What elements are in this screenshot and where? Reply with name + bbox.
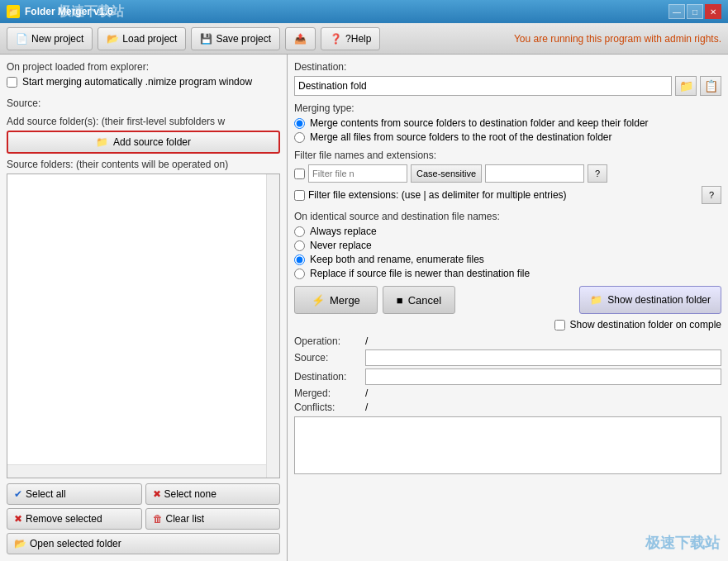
export-icon: 📤 [294, 33, 307, 45]
never-replace-radio[interactable] [294, 240, 305, 251]
show-dest-on-complete-checkbox[interactable] [554, 320, 565, 330]
merge-icon: ⚡ [312, 294, 325, 307]
save-project-button[interactable]: 💾 Save project [191, 27, 280, 50]
folder-add-icon: 📁 [96, 136, 108, 148]
clear-list-label: Clear list [166, 513, 205, 525]
browse-folder-button[interactable]: 📁 [675, 76, 697, 96]
load-project-button[interactable]: 📂 Load project [98, 27, 186, 50]
admin-rights-text: You are running this program with admin … [514, 33, 721, 45]
auto-merge-row: Start merging automatically .nimize prog… [7, 76, 280, 88]
merged-row: Merged: / [294, 387, 721, 399]
select-all-button[interactable]: ✔ Select all [7, 483, 142, 505]
help-icon: ❓ [330, 33, 342, 45]
filter-extensions-help-button[interactable]: ? [702, 186, 721, 204]
open-folder-icon: 📂 [14, 538, 26, 549]
case-sensitive-button[interactable]: Case-sensitive [411, 164, 482, 183]
filter-names-row: Case-sensitive ? [294, 164, 721, 183]
add-source-hint: Add source folder(s): (their first-level… [7, 116, 280, 127]
operation-value: / [365, 335, 368, 347]
merge-actions: ⚡ Merge ■ Cancel 📁 Show destination fold… [294, 286, 721, 314]
dest-row: Destination: [294, 368, 721, 385]
clear-icon: 🗑 [153, 513, 163, 525]
vertical-scrollbar[interactable] [266, 174, 279, 478]
filter-extensions-row: Filter file extensions: (use | as delimi… [294, 186, 721, 204]
filter-names-value-input[interactable] [485, 164, 584, 183]
close-button[interactable]: ✕ [705, 4, 721, 19]
operation-section: Operation: / Source: Destination: Merged… [294, 335, 721, 474]
merge-option2-radio[interactable] [294, 132, 305, 143]
remove-selected-button[interactable]: ✖ Remove selected [7, 508, 142, 530]
show-dest-on-complete-label: Show destination folder on comple [570, 319, 721, 330]
always-replace-radio[interactable] [294, 226, 305, 237]
conflicts-label: Conflicts: [294, 402, 360, 413]
show-destination-button[interactable]: 📁 Show destination folder [579, 286, 721, 314]
identical-label: On identical source and destination file… [294, 211, 721, 222]
filter-names-input[interactable] [308, 164, 407, 183]
filter-names-checkbox[interactable] [294, 169, 305, 179]
refresh-button[interactable]: 📋 [700, 76, 721, 96]
window-title: Folder Merger v1.6 [25, 6, 113, 17]
export-button[interactable]: 📤 [285, 27, 316, 50]
merge-option1-radio[interactable] [294, 118, 305, 129]
never-replace-label: Never replace [310, 240, 372, 251]
never-replace-row: Never replace [294, 240, 721, 251]
new-project-icon: 📄 [16, 33, 28, 45]
merge-option1-row: Merge contents from source folders to de… [294, 117, 721, 129]
source-folders-label: Source folders: (their contents will be … [7, 159, 280, 170]
save-project-icon: 💾 [200, 33, 212, 45]
load-project-label: Load project [122, 33, 177, 45]
select-none-label: Select none [164, 488, 216, 500]
destination-input[interactable] [294, 76, 672, 96]
source-status-input[interactable] [365, 349, 721, 366]
filter-extensions-label: Filter file extensions: (use | as delimi… [308, 189, 698, 201]
cancel-button[interactable]: ■ Cancel [383, 286, 455, 314]
merged-label: Merged: [294, 387, 360, 399]
operation-label: Operation: [294, 335, 360, 347]
source-row: Source: [294, 349, 721, 366]
add-source-folder-button[interactable]: 📁 Add source folder [7, 131, 280, 154]
destination-section: Destination: 📁 📋 [294, 61, 721, 96]
merge-option1-label: Merge contents from source folders to de… [310, 117, 649, 129]
cancel-icon: ■ [397, 294, 403, 307]
minimize-button[interactable]: — [669, 4, 685, 19]
source-label: Source: [7, 97, 280, 109]
toolbar: 📄 New project 📂 Load project 💾 Save proj… [0, 23, 728, 55]
clear-list-button[interactable]: 🗑 Clear list [145, 508, 281, 530]
filter-label: Filter file names and extensions: [294, 150, 721, 161]
dest-status-label: Destination: [294, 371, 360, 383]
help-label: ?Help [345, 33, 371, 45]
maximize-button[interactable]: □ [687, 4, 703, 19]
keep-both-label: Keep both and rename, enumerate files [310, 254, 484, 265]
operation-row: Operation: / [294, 335, 721, 347]
always-replace-row: Always replace [294, 226, 721, 237]
horizontal-scrollbar[interactable] [7, 464, 266, 478]
auto-merge-checkbox[interactable] [7, 77, 17, 88]
left-panel: On project loaded from explorer: Start m… [0, 55, 288, 561]
select-none-button[interactable]: ✖ Select none [145, 483, 281, 505]
help-button[interactable]: ❓ ?Help [321, 27, 380, 50]
filter-extensions-checkbox[interactable] [294, 190, 305, 201]
log-area[interactable] [294, 416, 721, 474]
keep-both-row: Keep both and rename, enumerate files [294, 254, 721, 265]
select-none-icon: ✖ [153, 488, 161, 500]
replace-newer-radio[interactable] [294, 269, 305, 279]
save-project-label: Save project [216, 33, 271, 45]
merging-type-label: Merging type: [294, 102, 721, 114]
title-bar: 📁 Folder Merger v1.6 极速下载站 — □ ✕ [0, 0, 728, 23]
source-list-content [7, 174, 279, 478]
open-selected-folder-button[interactable]: 📂 Open selected folder [7, 533, 280, 554]
show-dest-icon: 📁 [590, 294, 602, 306]
dest-status-input[interactable] [365, 368, 721, 385]
keep-both-radio[interactable] [294, 254, 305, 265]
source-folders-list[interactable] [7, 174, 280, 478]
window-controls: — □ ✕ [669, 4, 721, 19]
filter-names-help-button[interactable]: ? [588, 164, 607, 183]
source-status-label: Source: [294, 352, 360, 364]
merge-button[interactable]: ⚡ Merge [294, 286, 378, 314]
new-project-button[interactable]: 📄 New project [7, 27, 93, 50]
identical-section: On identical source and destination file… [294, 211, 721, 279]
replace-newer-row: Replace if source file is newer than des… [294, 268, 721, 279]
conflicts-row: Conflicts: / [294, 402, 721, 413]
destination-row: 📁 📋 [294, 76, 721, 96]
remove-icon: ✖ [14, 513, 22, 525]
